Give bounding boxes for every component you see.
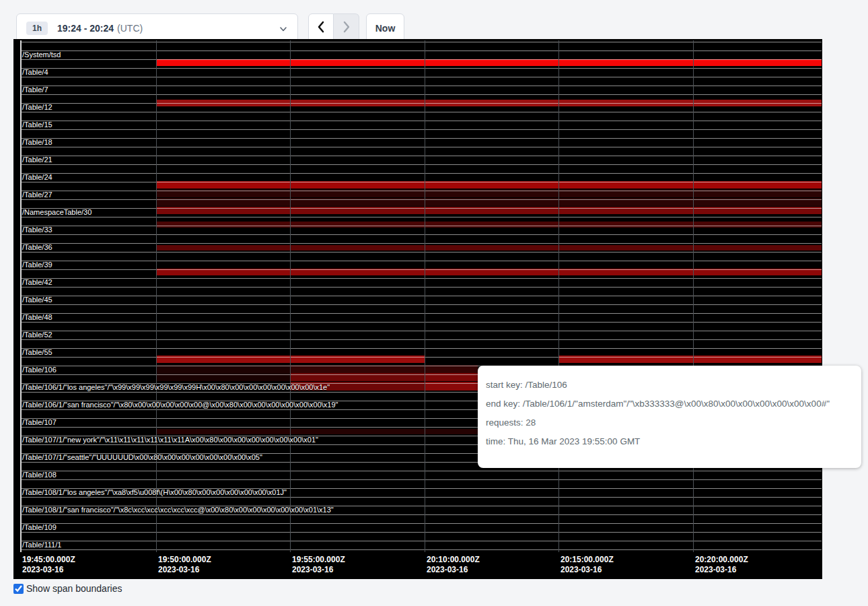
row-label: /Table/108/1/"los angeles"/"\xa8\xf5\u00… bbox=[22, 488, 287, 497]
time-gridline bbox=[558, 40, 559, 552]
span-boundary-line bbox=[20, 357, 822, 358]
row-label: /Table/21 bbox=[22, 156, 52, 164]
row-label: /Table/39 bbox=[22, 261, 52, 269]
row-label: /Table/107/1/"new york"/"\x11\x11\x11\x1… bbox=[22, 436, 318, 444]
row-label: /Table/107/1/"seattle"/"UUUUUUD\x00\x80\… bbox=[22, 453, 262, 462]
row-label: /Table/36 bbox=[22, 243, 52, 252]
prev-time-button[interactable] bbox=[308, 13, 334, 42]
span-boundary-line bbox=[20, 121, 822, 121]
row-label: /Table/55 bbox=[22, 348, 52, 357]
span-boundary-line bbox=[20, 112, 822, 112]
row-label: /Table/109 bbox=[22, 523, 57, 532]
span-boundary-line bbox=[20, 86, 822, 86]
time-nav-group bbox=[308, 13, 359, 42]
span-boundary-line bbox=[20, 514, 822, 515]
row-label: /Table/7 bbox=[22, 86, 48, 94]
tick-date: 2023-03-16 bbox=[22, 565, 75, 575]
key-visualizer-page: 1h 19:24 - 20:24 (UTC) Now /System/tsd/T… bbox=[0, 0, 868, 606]
row-label: /Table/107 bbox=[22, 418, 57, 427]
heatmap-band bbox=[156, 429, 478, 434]
chevron-left-icon bbox=[316, 21, 326, 35]
span-boundary-line bbox=[20, 532, 822, 533]
span-boundary-line bbox=[20, 191, 822, 191]
span-boundary-line bbox=[20, 68, 822, 69]
next-time-button[interactable] bbox=[334, 13, 359, 42]
chevron-right-icon bbox=[341, 21, 352, 35]
row-label: /Table/108 bbox=[22, 471, 57, 479]
x-axis-tick: 20:10:00.000Z2023-03-16 bbox=[427, 555, 480, 575]
tick-date: 2023-03-16 bbox=[560, 565, 614, 575]
span-boundary-line bbox=[20, 147, 822, 147]
span-boundary-line bbox=[20, 339, 822, 340]
span-boundary-line bbox=[20, 138, 822, 139]
row-label: /Table/48 bbox=[22, 313, 52, 322]
time-gridline bbox=[290, 40, 291, 552]
row-label: /Table/45 bbox=[22, 296, 52, 304]
span-boundary-line bbox=[20, 523, 822, 524]
x-axis-tick: 19:55:00.000Z2023-03-16 bbox=[292, 555, 345, 575]
time-gridline bbox=[425, 40, 425, 552]
cell-tooltip: start key: /Table/106end key: /Table/106… bbox=[478, 366, 861, 468]
tick-date: 2023-03-16 bbox=[427, 565, 480, 575]
span-boundary-line bbox=[20, 199, 822, 200]
tooltip-line: start key: /Table/106 bbox=[486, 380, 853, 390]
span-boundary-line bbox=[20, 42, 822, 42]
row-label: /Table/106/1/"los angeles"/"\x99\x99\x99… bbox=[22, 383, 330, 392]
span-boundary-line bbox=[20, 541, 822, 541]
span-boundary-line bbox=[20, 479, 822, 480]
tick-time: 20:10:00.000Z bbox=[427, 555, 480, 565]
tick-time: 19:45:00.000Z bbox=[22, 555, 75, 565]
span-boundary-line bbox=[20, 129, 822, 130]
tick-time: 20:15:00.000Z bbox=[560, 555, 614, 565]
span-boundary-line bbox=[20, 94, 822, 95]
row-label: /Table/111/1 bbox=[22, 541, 61, 549]
time-gridline bbox=[156, 40, 157, 552]
span-boundary-line bbox=[20, 234, 822, 235]
span-boundary-line bbox=[20, 261, 822, 261]
tick-time: 19:50:00.000Z bbox=[158, 555, 211, 565]
span-boundary-line bbox=[20, 243, 822, 244]
time-axis-origin-line bbox=[20, 40, 22, 552]
span-boundary-line bbox=[20, 217, 822, 217]
row-label: /Table/52 bbox=[22, 331, 52, 339]
span-boundary-line bbox=[20, 182, 822, 182]
span-boundary-line bbox=[20, 304, 822, 305]
row-label: /Table/106 bbox=[22, 366, 57, 374]
chevron-down-icon bbox=[279, 24, 288, 34]
span-boundary-line bbox=[20, 549, 822, 550]
row-label: /NamespaceTable/30 bbox=[22, 208, 92, 217]
row-label: /Table/12 bbox=[22, 103, 52, 112]
time-range-combobox[interactable]: 1h 19:24 - 20:24 (UTC) bbox=[16, 13, 298, 42]
keyvis-canvas[interactable]: /System/tsd/Table/4/Table/7/Table/12/Tab… bbox=[13, 39, 822, 579]
span-boundary-line bbox=[20, 164, 822, 165]
row-label: /Table/18 bbox=[22, 138, 52, 147]
row-label: /Table/42 bbox=[22, 278, 52, 287]
heatmap-band bbox=[156, 59, 822, 66]
span-boundary-line bbox=[20, 252, 822, 252]
span-boundary-line bbox=[20, 59, 822, 60]
footer-controls: Show span boundaries bbox=[13, 583, 122, 594]
span-boundary-line bbox=[20, 77, 822, 77]
span-boundary-line bbox=[20, 497, 822, 498]
tick-time: 20:20:00.000Z bbox=[695, 555, 748, 565]
tick-date: 2023-03-16 bbox=[158, 565, 211, 575]
heatmap-band bbox=[156, 222, 822, 228]
span-boundaries-checkbox[interactable] bbox=[13, 584, 24, 594]
x-axis-tick: 19:50:00.000Z2023-03-16 bbox=[158, 555, 211, 575]
duration-badge: 1h bbox=[26, 22, 48, 35]
row-label: /Table/24 bbox=[22, 173, 52, 182]
heatmap-band bbox=[156, 245, 822, 250]
x-axis-tick: 20:20:00.000Z2023-03-16 bbox=[695, 555, 748, 575]
row-label: /Table/106/1/"san francisco"/"\x80\x00\x… bbox=[22, 401, 338, 409]
tick-date: 2023-03-16 bbox=[695, 565, 748, 575]
span-boundary-line bbox=[20, 296, 822, 296]
row-label: /Table/108/1/"san francisco"/"\x8c\xcc\x… bbox=[22, 506, 334, 514]
row-label: /Table/4 bbox=[22, 68, 48, 77]
span-boundary-line bbox=[20, 322, 822, 323]
x-axis-tick: 20:15:00.000Z2023-03-16 bbox=[560, 555, 614, 575]
tooltip-line: requests: 28 bbox=[486, 417, 853, 428]
row-label: /Table/15 bbox=[22, 121, 52, 129]
span-boundary-line bbox=[20, 156, 822, 156]
span-boundary-line bbox=[20, 313, 822, 314]
now-button[interactable]: Now bbox=[366, 13, 404, 42]
